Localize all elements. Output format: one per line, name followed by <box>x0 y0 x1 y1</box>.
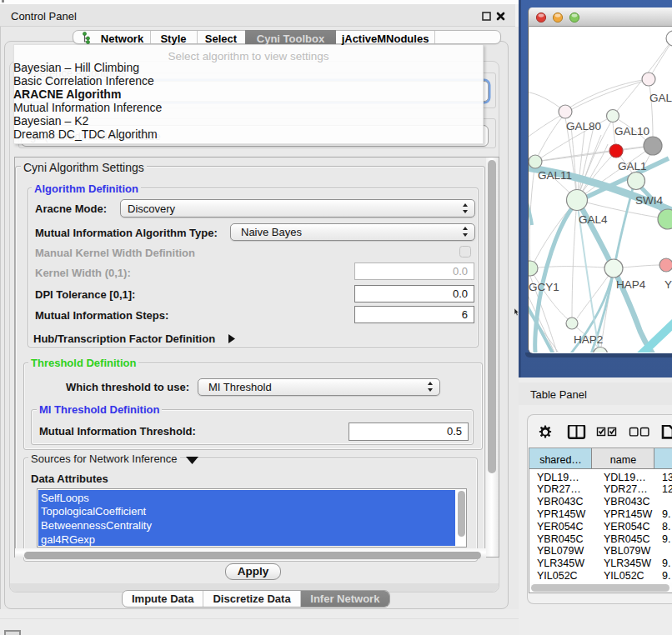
svg-text:GAL2: GAL2 <box>649 92 672 104</box>
svg-text:HAP2: HAP2 <box>574 333 603 346</box>
svg-text:GAL11: GAL11 <box>538 169 572 182</box>
svg-text:GAL1: GAL1 <box>618 160 647 172</box>
svg-text:GCY1: GCY1 <box>529 281 559 293</box>
svg-text:Y: Y <box>664 278 672 291</box>
svg-text:GAL10: GAL10 <box>614 125 649 138</box>
svg-text:GAL4: GAL4 <box>579 213 608 226</box>
svg-text:SWI4: SWI4 <box>635 194 663 207</box>
svg-text:HAP4: HAP4 <box>616 278 646 291</box>
svg-text:GAL80: GAL80 <box>566 120 601 132</box>
